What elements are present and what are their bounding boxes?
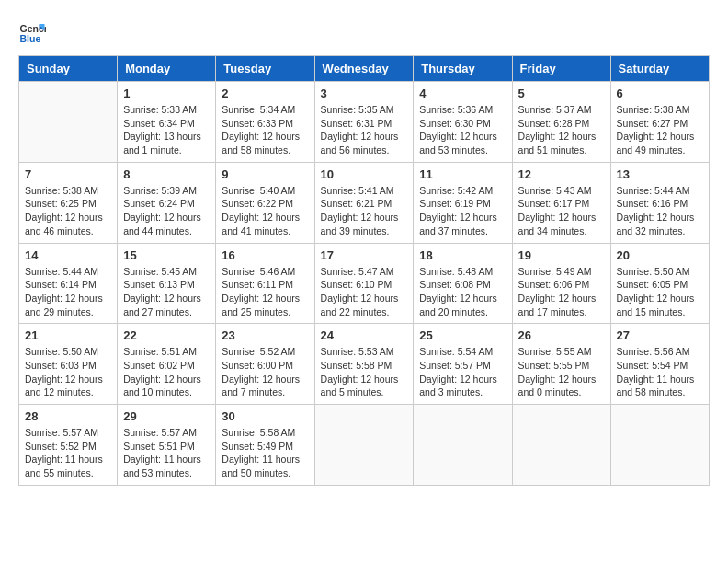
calendar-cell: 10Sunrise: 5:41 AMSunset: 6:21 PMDayligh… <box>314 162 414 243</box>
calendar-cell <box>19 82 118 163</box>
day-of-week-monday: Monday <box>118 56 216 82</box>
calendar-cell: 15Sunrise: 5:45 AMSunset: 6:13 PMDayligh… <box>118 243 216 324</box>
calendar-cell: 13Sunrise: 5:44 AMSunset: 6:16 PMDayligh… <box>610 162 709 243</box>
calendar-week-2: 7Sunrise: 5:38 AMSunset: 6:25 PMDaylight… <box>19 162 710 243</box>
day-of-week-wednesday: Wednesday <box>314 56 414 82</box>
day-number: 20 <box>617 248 703 262</box>
day-number: 28 <box>25 409 111 423</box>
cell-content: Sunrise: 5:35 AMSunset: 6:31 PMDaylight:… <box>321 103 408 157</box>
calendar-cell: 7Sunrise: 5:38 AMSunset: 6:25 PMDaylight… <box>19 162 118 243</box>
cell-content: Sunrise: 5:56 AMSunset: 5:54 PMDaylight:… <box>617 345 703 399</box>
calendar-cell: 6Sunrise: 5:38 AMSunset: 6:27 PMDaylight… <box>610 82 709 163</box>
cell-content: Sunrise: 5:44 AMSunset: 6:14 PMDaylight:… <box>25 265 111 319</box>
day-number: 8 <box>123 167 210 181</box>
calendar-cell: 25Sunrise: 5:54 AMSunset: 5:57 PMDayligh… <box>414 324 512 405</box>
cell-content: Sunrise: 5:54 AMSunset: 5:57 PMDaylight:… <box>419 345 506 399</box>
cell-content: Sunrise: 5:45 AMSunset: 6:13 PMDaylight:… <box>123 265 210 319</box>
cell-content: Sunrise: 5:57 AMSunset: 5:52 PMDaylight:… <box>25 426 111 480</box>
calendar-cell: 23Sunrise: 5:52 AMSunset: 6:00 PMDayligh… <box>216 324 314 405</box>
cell-content: Sunrise: 5:34 AMSunset: 6:33 PMDaylight:… <box>222 103 308 157</box>
day-number: 15 <box>123 248 210 262</box>
cell-content: Sunrise: 5:46 AMSunset: 6:11 PMDaylight:… <box>222 265 308 319</box>
calendar-week-3: 14Sunrise: 5:44 AMSunset: 6:14 PMDayligh… <box>19 243 710 324</box>
cell-content: Sunrise: 5:57 AMSunset: 5:51 PMDaylight:… <box>123 426 210 480</box>
cell-content: Sunrise: 5:38 AMSunset: 6:27 PMDaylight:… <box>617 103 703 157</box>
calendar-cell: 27Sunrise: 5:56 AMSunset: 5:54 PMDayligh… <box>610 324 709 405</box>
calendar-cell: 5Sunrise: 5:37 AMSunset: 6:28 PMDaylight… <box>512 82 610 163</box>
day-of-week-thursday: Thursday <box>414 56 512 82</box>
calendar-cell: 8Sunrise: 5:39 AMSunset: 6:24 PMDaylight… <box>118 162 216 243</box>
day-number: 24 <box>321 328 408 342</box>
cell-content: Sunrise: 5:39 AMSunset: 6:24 PMDaylight:… <box>123 184 210 238</box>
calendar-cell: 24Sunrise: 5:53 AMSunset: 5:58 PMDayligh… <box>314 324 414 405</box>
day-number: 16 <box>222 248 308 262</box>
cell-content: Sunrise: 5:44 AMSunset: 6:16 PMDaylight:… <box>617 184 703 238</box>
day-number: 10 <box>321 167 408 181</box>
day-number: 21 <box>25 328 111 342</box>
day-number: 1 <box>123 86 210 100</box>
cell-content: Sunrise: 5:42 AMSunset: 6:19 PMDaylight:… <box>419 184 506 238</box>
cell-content: Sunrise: 5:47 AMSunset: 6:10 PMDaylight:… <box>321 265 408 319</box>
calendar-cell <box>414 405 512 486</box>
day-of-week-sunday: Sunday <box>19 56 118 82</box>
day-number: 13 <box>617 167 703 181</box>
calendar-cell: 30Sunrise: 5:58 AMSunset: 5:49 PMDayligh… <box>216 405 314 486</box>
calendar-cell: 17Sunrise: 5:47 AMSunset: 6:10 PMDayligh… <box>314 243 414 324</box>
day-number: 27 <box>617 328 703 342</box>
day-number: 30 <box>222 409 308 423</box>
logo-icon: General Blue <box>18 18 46 46</box>
header-row: SundayMondayTuesdayWednesdayThursdayFrid… <box>19 56 710 82</box>
logo: General Blue <box>18 18 50 46</box>
cell-content: Sunrise: 5:41 AMSunset: 6:21 PMDaylight:… <box>321 184 408 238</box>
cell-content: Sunrise: 5:50 AMSunset: 6:05 PMDaylight:… <box>617 265 703 319</box>
cell-content: Sunrise: 5:36 AMSunset: 6:30 PMDaylight:… <box>419 103 506 157</box>
cell-content: Sunrise: 5:49 AMSunset: 6:06 PMDaylight:… <box>518 265 605 319</box>
day-number: 18 <box>419 248 506 262</box>
day-number: 23 <box>222 328 308 342</box>
calendar-cell: 16Sunrise: 5:46 AMSunset: 6:11 PMDayligh… <box>216 243 314 324</box>
calendar-cell: 9Sunrise: 5:40 AMSunset: 6:22 PMDaylight… <box>216 162 314 243</box>
svg-text:Blue: Blue <box>20 33 41 44</box>
calendar-cell: 22Sunrise: 5:51 AMSunset: 6:02 PMDayligh… <box>118 324 216 405</box>
cell-content: Sunrise: 5:43 AMSunset: 6:17 PMDaylight:… <box>518 184 605 238</box>
cell-content: Sunrise: 5:40 AMSunset: 6:22 PMDaylight:… <box>222 184 308 238</box>
day-number: 7 <box>25 167 111 181</box>
calendar-cell: 26Sunrise: 5:55 AMSunset: 5:55 PMDayligh… <box>512 324 610 405</box>
calendar-cell: 29Sunrise: 5:57 AMSunset: 5:51 PMDayligh… <box>118 405 216 486</box>
day-number: 17 <box>321 248 408 262</box>
day-number: 12 <box>518 167 605 181</box>
calendar-cell <box>314 405 414 486</box>
day-of-week-friday: Friday <box>512 56 610 82</box>
calendar-cell: 20Sunrise: 5:50 AMSunset: 6:05 PMDayligh… <box>610 243 709 324</box>
calendar-cell: 21Sunrise: 5:50 AMSunset: 6:03 PMDayligh… <box>19 324 118 405</box>
day-of-week-tuesday: Tuesday <box>216 56 314 82</box>
calendar-week-5: 28Sunrise: 5:57 AMSunset: 5:52 PMDayligh… <box>19 405 710 486</box>
calendar-week-4: 21Sunrise: 5:50 AMSunset: 6:03 PMDayligh… <box>19 324 710 405</box>
cell-content: Sunrise: 5:33 AMSunset: 6:34 PMDaylight:… <box>123 103 210 157</box>
cell-content: Sunrise: 5:58 AMSunset: 5:49 PMDaylight:… <box>222 426 308 480</box>
calendar-body: 1Sunrise: 5:33 AMSunset: 6:34 PMDaylight… <box>19 82 710 486</box>
cell-content: Sunrise: 5:50 AMSunset: 6:03 PMDaylight:… <box>25 345 111 399</box>
cell-content: Sunrise: 5:52 AMSunset: 6:00 PMDaylight:… <box>222 345 308 399</box>
calendar-cell: 3Sunrise: 5:35 AMSunset: 6:31 PMDaylight… <box>314 82 414 163</box>
calendar-cell <box>610 405 709 486</box>
cell-content: Sunrise: 5:55 AMSunset: 5:55 PMDaylight:… <box>518 345 605 399</box>
day-number: 25 <box>419 328 506 342</box>
calendar-header: SundayMondayTuesdayWednesdayThursdayFrid… <box>19 56 710 82</box>
day-number: 5 <box>518 86 605 100</box>
day-number: 3 <box>321 86 408 100</box>
calendar-cell: 2Sunrise: 5:34 AMSunset: 6:33 PMDaylight… <box>216 82 314 163</box>
calendar-cell: 11Sunrise: 5:42 AMSunset: 6:19 PMDayligh… <box>414 162 512 243</box>
cell-content: Sunrise: 5:38 AMSunset: 6:25 PMDaylight:… <box>25 184 111 238</box>
day-number: 19 <box>518 248 605 262</box>
day-number: 11 <box>419 167 506 181</box>
calendar-cell: 19Sunrise: 5:49 AMSunset: 6:06 PMDayligh… <box>512 243 610 324</box>
cell-content: Sunrise: 5:37 AMSunset: 6:28 PMDaylight:… <box>518 103 605 157</box>
calendar-cell: 4Sunrise: 5:36 AMSunset: 6:30 PMDaylight… <box>414 82 512 163</box>
day-number: 6 <box>617 86 703 100</box>
calendar-cell: 28Sunrise: 5:57 AMSunset: 5:52 PMDayligh… <box>19 405 118 486</box>
day-number: 29 <box>123 409 210 423</box>
calendar-cell <box>512 405 610 486</box>
day-number: 2 <box>222 86 308 100</box>
day-number: 14 <box>25 248 111 262</box>
